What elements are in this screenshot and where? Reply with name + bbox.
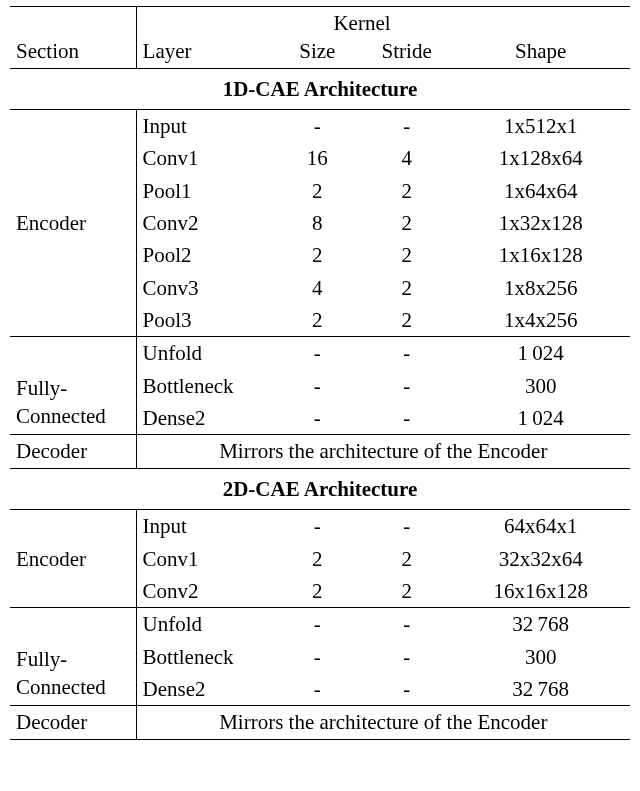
section-decoder: Decoder [10,435,136,468]
cell-layer: Bottleneck [136,641,273,673]
col-size: Size [273,37,362,68]
cell-layer: Pool1 [136,175,273,207]
cell-size: 2 [273,239,362,271]
section-encoder: Encoder [10,110,136,337]
table-row: Encoder Input - - 1x512x1 [10,110,630,143]
cell-size: 2 [273,304,362,337]
cell-layer: Conv3 [136,272,273,304]
cell-stride: - [362,110,451,143]
table-root: Section Layer Kernel Shape Size Stride 1… [10,6,630,740]
cell-size: - [273,608,362,641]
cell-size: 16 [273,142,362,174]
arch2-title: 2D-CAE Architecture [10,468,630,509]
table-row: Connected Dense2 - - 1 024 [10,402,630,435]
cell-layer: Dense2 [136,673,273,706]
cell-size: - [273,370,362,402]
cell-shape: 16x16x128 [451,575,630,608]
cell-size: 8 [273,207,362,239]
cell-stride: 2 [362,239,451,271]
cell-stride: 2 [362,175,451,207]
col-layer: Layer [136,7,273,69]
cell-layer: Conv2 [136,575,273,608]
cell-layer: Input [136,110,273,143]
cell-size: - [273,641,362,673]
col-stride: Stride [362,37,451,68]
table-row: Fully- Unfold - - 1 024 [10,337,630,370]
section-decoder: Decoder [10,706,136,739]
cell-stride: 2 [362,207,451,239]
section-encoder: Encoder [10,510,136,608]
arch1-title: 1D-CAE Architecture [10,68,630,109]
arch2-title-row: 2D-CAE Architecture [10,468,630,509]
cell-layer: Input [136,510,273,543]
cell-shape: 1 024 [451,402,630,435]
cell-shape: 1x8x256 [451,272,630,304]
cell-shape: 32 768 [451,673,630,706]
cell-shape: 1x16x128 [451,239,630,271]
architecture-table: Section Layer Kernel Shape Size Stride 1… [0,0,640,750]
cell-size: 2 [273,543,362,575]
cell-shape: 1x128x64 [451,142,630,174]
table-row: Section Layer Kernel Shape [10,7,630,38]
cell-stride: 4 [362,142,451,174]
section-fc-top: Fully- [10,608,136,673]
cell-stride: - [362,370,451,402]
table-row: Fully- Unfold - - 32 768 [10,608,630,641]
cell-shape: 32 768 [451,608,630,641]
cell-stride: 2 [362,304,451,337]
table-row: Connected Dense2 - - 32 768 [10,673,630,706]
section-fc-bot: Connected [10,673,136,706]
cell-stride: - [362,510,451,543]
cell-shape: 64x64x1 [451,510,630,543]
cell-stride: - [362,337,451,370]
cell-shape: 32x32x64 [451,543,630,575]
cell-stride: 2 [362,272,451,304]
cell-shape: 1 024 [451,337,630,370]
col-kernel: Kernel [273,7,452,38]
cell-layer: Dense2 [136,402,273,435]
cell-shape: 300 [451,641,630,673]
section-fc-bot: Connected [10,402,136,435]
cell-layer: Bottleneck [136,370,273,402]
cell-shape: 1x32x128 [451,207,630,239]
cell-layer: Conv2 [136,207,273,239]
cell-size: 2 [273,175,362,207]
table-row: Encoder Input - - 64x64x1 [10,510,630,543]
cell-size: 4 [273,272,362,304]
decoder-text: Mirrors the architecture of the Encoder [136,435,630,468]
cell-layer: Pool3 [136,304,273,337]
cell-size: - [273,337,362,370]
cell-stride: - [362,673,451,706]
cell-size: 2 [273,575,362,608]
cell-layer: Pool2 [136,239,273,271]
cell-layer: Unfold [136,608,273,641]
cell-shape: 1x512x1 [451,110,630,143]
section-fc-top: Fully- [10,337,136,402]
cell-stride: - [362,608,451,641]
cell-size: - [273,402,362,435]
cell-stride: - [362,402,451,435]
cell-stride: 2 [362,575,451,608]
cell-size: - [273,510,362,543]
cell-layer: Unfold [136,337,273,370]
cell-stride: 2 [362,543,451,575]
cell-stride: - [362,641,451,673]
arch1-title-row: 1D-CAE Architecture [10,68,630,109]
cell-size: - [273,673,362,706]
col-section: Section [10,7,136,69]
cell-shape: 1x4x256 [451,304,630,337]
col-shape: Shape [451,7,630,69]
cell-layer: Conv1 [136,543,273,575]
cell-size: - [273,110,362,143]
table-row: Decoder Mirrors the architecture of the … [10,706,630,739]
cell-shape: 300 [451,370,630,402]
table-row: Decoder Mirrors the architecture of the … [10,435,630,468]
decoder-text: Mirrors the architecture of the Encoder [136,706,630,739]
cell-layer: Conv1 [136,142,273,174]
cell-shape: 1x64x64 [451,175,630,207]
